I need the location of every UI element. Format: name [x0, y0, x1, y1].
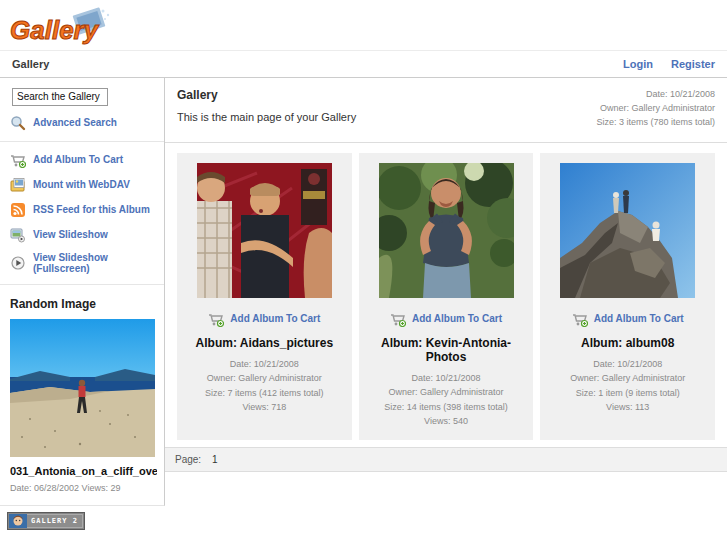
album-size: Size: 7 items (412 items total) — [183, 386, 346, 400]
info-size: Size: 3 items (780 items total) — [596, 116, 715, 130]
breadcrumb-bar: Gallery Login Register — [0, 50, 727, 78]
random-image-caption[interactable]: 031_Antonia_on_a_cliff_overloo — [10, 465, 157, 477]
album-info-block: Date: 10/21/2008 Owner: Gallery Administ… — [596, 88, 715, 130]
album-title[interactable]: Album: album08 — [546, 336, 709, 350]
album-views: Views: 113 — [546, 400, 709, 414]
gallery2-badge-face-icon — [9, 514, 27, 528]
album-thumbnail[interactable] — [560, 163, 695, 298]
play-circle-icon — [10, 255, 26, 271]
site-header: Gallery — [0, 0, 727, 50]
album-size: Size: 1 item (9 items total) — [546, 386, 709, 400]
register-link[interactable]: Register — [671, 58, 715, 70]
page-subtitle: This is the main page of your Gallery — [177, 111, 356, 123]
info-owner: Owner: Gallery Administrator — [596, 102, 715, 116]
album-meta: Date: 10/21/2008 Owner: Gallery Administ… — [546, 357, 709, 415]
login-link[interactable]: Login — [623, 58, 653, 70]
info-date: Date: 10/21/2008 — [596, 88, 715, 102]
rss-icon — [10, 202, 26, 218]
add-to-cart-icon — [10, 152, 26, 168]
gallery2-badge[interactable]: GALLERY 2 — [7, 512, 85, 530]
album-meta: Date: 10/21/2008 Owner: Gallery Administ… — [183, 357, 346, 415]
sidebar-item-label: Add Album To Cart — [33, 154, 123, 165]
sidebar-item-label: RSS Feed for this Album — [33, 204, 150, 215]
album-meta: Date: 10/21/2008 Owner: Gallery Administ… — [365, 371, 528, 429]
album-date: Date: 10/21/2008 — [546, 357, 709, 371]
sidebar-item-view-slideshow-fullscreen[interactable]: View Slideshow (Fullscreen) — [10, 252, 154, 274]
sidebar-item-label: View Slideshow (Fullscreen) — [33, 252, 154, 274]
pager-label: Page: — [175, 454, 201, 465]
random-image-thumbnail[interactable] — [10, 319, 155, 457]
random-image-meta: Date: 06/28/2002 Views: 29 — [10, 483, 154, 493]
album-title[interactable]: Album: Aidans_pictures — [183, 336, 346, 350]
album-views: Views: 540 — [365, 414, 528, 428]
sidebar-item-label: Mount with WebDAV — [33, 179, 130, 190]
album-card: Add Album To Cart Album: album08 Date: 1… — [540, 153, 715, 441]
add-to-cart-icon — [208, 311, 224, 327]
webdav-icon — [10, 177, 26, 193]
pager-bar: Page: 1 — [165, 447, 727, 472]
album-title[interactable]: Album: Kevin-Antonia-Photos — [365, 336, 528, 364]
sidebar-item-rss-feed[interactable]: RSS Feed for this Album — [10, 202, 154, 218]
content-area: Advanced Search Add Album To Cart — [0, 78, 727, 532]
album-date: Date: 10/21/2008 — [183, 357, 346, 371]
breadcrumb[interactable]: Gallery — [12, 58, 49, 70]
add-album-to-cart-label: Add Album To Cart — [230, 313, 320, 324]
main-content: Gallery This is the main page of your Ga… — [165, 78, 727, 472]
album-card: Add Album To Cart Album: Aidans_pictures… — [177, 153, 352, 441]
album-size: Size: 14 items (398 items total) — [365, 400, 528, 414]
random-image-heading: Random Image — [10, 297, 154, 311]
logo-text: Gallery — [10, 15, 100, 45]
album-owner: Owner: Gallery Administrator — [183, 371, 346, 385]
album-views: Views: 718 — [183, 400, 346, 414]
sidebar: Advanced Search Add Album To Cart — [0, 78, 165, 532]
add-to-cart-icon — [572, 311, 588, 327]
search-icon — [10, 115, 26, 131]
advanced-search-link[interactable]: Advanced Search — [33, 117, 117, 128]
add-album-to-cart-link[interactable]: Add Album To Cart — [365, 311, 528, 327]
add-album-to-cart-label: Add Album To Cart — [412, 313, 502, 324]
sidebar-divider — [0, 284, 164, 285]
add-album-to-cart-label: Add Album To Cart — [594, 313, 684, 324]
sidebar-item-add-album-to-cart[interactable]: Add Album To Cart — [10, 152, 154, 168]
add-album-to-cart-link[interactable]: Add Album To Cart — [546, 311, 709, 327]
slideshow-icon — [10, 227, 26, 243]
sidebar-item-view-slideshow[interactable]: View Slideshow — [10, 227, 154, 243]
album-owner: Owner: Gallery Administrator — [365, 385, 528, 399]
album-thumbnail[interactable] — [197, 163, 332, 298]
sidebar-item-label: View Slideshow — [33, 229, 108, 240]
gallery2-badge-label: GALLERY 2 — [27, 514, 83, 528]
search-input[interactable] — [12, 88, 108, 106]
album-card: Add Album To Cart Album: Kevin-Antonia-P… — [359, 153, 534, 441]
album-thumbnail[interactable] — [379, 163, 514, 298]
page-title: Gallery — [177, 88, 356, 102]
sidebar-item-mount-webdav[interactable]: Mount with WebDAV — [10, 177, 154, 193]
album-owner: Owner: Gallery Administrator — [546, 371, 709, 385]
album-header: Gallery This is the main page of your Ga… — [165, 78, 727, 143]
gallery-logo[interactable]: Gallery — [8, 6, 118, 50]
pager-current-page[interactable]: 1 — [212, 454, 218, 465]
sidebar-divider — [0, 141, 164, 142]
album-date: Date: 10/21/2008 — [365, 371, 528, 385]
add-album-to-cart-link[interactable]: Add Album To Cart — [183, 311, 346, 327]
add-to-cart-icon — [390, 311, 406, 327]
album-grid: Add Album To Cart Album: Aidans_pictures… — [165, 143, 727, 441]
